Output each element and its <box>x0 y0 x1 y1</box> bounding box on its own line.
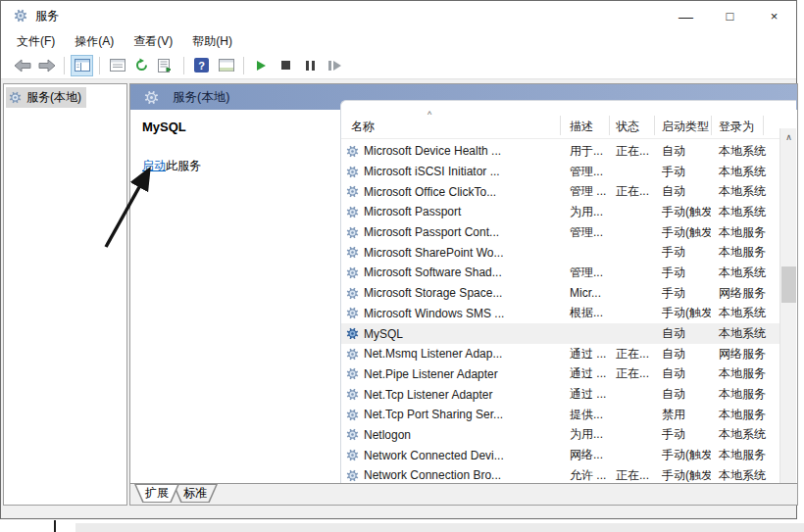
table-row[interactable]: Net.Pipe Listener Adapter通过 ...正在...自动本地… <box>341 364 779 385</box>
service-table-header: ^ 名称 描述 状态 启动类型 登录为 <box>341 113 779 138</box>
table-row[interactable]: Microsoft iSCSI Initiator ...管理...手动本地系统 <box>341 162 779 182</box>
refresh-button[interactable] <box>130 55 153 76</box>
close-button[interactable]: × <box>752 1 796 30</box>
table-row[interactable]: Net.Msmq Listener Adap...通过 ...正在...自动网络… <box>341 344 779 364</box>
service-name-cell: Net.Msmq Listener Adap... <box>341 347 560 361</box>
table-row[interactable]: Microsoft Office ClickTo...管理 ...正在...自动… <box>341 181 779 202</box>
stop-service-button[interactable] <box>275 55 297 76</box>
tree-item-label: 服务(本地) <box>26 89 81 106</box>
service-description-cell: 根据... <box>560 305 609 321</box>
service-gear-icon <box>346 226 359 239</box>
pause-service-button[interactable] <box>299 55 322 76</box>
table-row[interactable]: Network Connection Bro...允许 ...正在...手动(触… <box>341 465 779 483</box>
back-button[interactable] <box>11 55 33 76</box>
service-name-cell: Microsoft Office ClickTo... <box>341 185 560 199</box>
column-header-status[interactable]: 状态 <box>616 119 639 135</box>
column-divider[interactable] <box>609 116 610 135</box>
sort-indicator-icon[interactable]: ^ <box>427 110 431 120</box>
service-name-cell: Netlogon <box>341 428 560 442</box>
service-logon-cell: 本地系统 <box>711 183 779 200</box>
services-header-label: 服务(本地) <box>173 89 229 106</box>
menu-help[interactable]: 帮助(H) <box>182 31 242 52</box>
stop-service-icon <box>281 61 290 70</box>
service-name: Microsoft Windows SMS ... <box>364 307 504 320</box>
tree-item-services-local[interactable]: 服务(本地) <box>6 87 86 108</box>
scrollbar-thumb[interactable] <box>781 266 796 303</box>
table-row[interactable]: Microsoft Storage Space...Micr...手动网络服务 <box>341 283 779 304</box>
vertical-scrollbar[interactable]: ∧ ∨ <box>779 128 796 502</box>
service-startup-cell: 手动 <box>654 244 711 261</box>
service-startup-cell: 手动(触发... <box>654 447 711 463</box>
column-header-startup-type[interactable]: 启动类型 <box>662 119 709 135</box>
table-row[interactable]: Microsoft Passport Cont...管理...手动(触发...本… <box>341 222 779 243</box>
menu-view[interactable]: 查看(V) <box>124 31 182 52</box>
show-console-tree-button[interactable] <box>71 55 93 76</box>
header-divider <box>341 138 779 139</box>
services-gear-icon <box>144 90 159 105</box>
scroll-up-icon[interactable]: ∧ <box>780 128 797 145</box>
column-divider[interactable] <box>711 116 712 135</box>
service-logon-cell: 本地服务 <box>711 365 779 382</box>
properties-button[interactable] <box>106 55 128 76</box>
service-name-cell: Network Connected Devi... <box>341 449 560 462</box>
service-gear-icon <box>346 246 359 259</box>
maximize-button[interactable]: □ <box>708 1 752 30</box>
table-row[interactable]: MySQL自动本地系统 <box>341 323 779 344</box>
extended-view-button[interactable] <box>215 55 237 76</box>
table-row[interactable]: Microsoft Windows SMS ...根据...手动(触发...本地… <box>341 304 779 324</box>
service-name-cell: Microsoft Storage Space... <box>341 286 560 300</box>
service-name: Network Connected Devi... <box>364 449 504 462</box>
toolbar-separator <box>99 57 100 74</box>
console-tree-panel: 服务(本地) <box>3 83 127 506</box>
minimize-button[interactable]: — <box>664 1 708 30</box>
services-gear-icon <box>14 9 27 23</box>
help-icon: ? <box>194 58 209 73</box>
table-row[interactable]: Netlogon为用...手动本地系统 <box>341 425 779 446</box>
selected-service-name: MySQL <box>142 120 333 134</box>
services-gear-icon <box>9 91 22 104</box>
column-header-name[interactable]: 名称 <box>351 119 375 135</box>
table-row[interactable]: Microsoft SharePoint Wo...手动本地服务 <box>341 242 779 263</box>
column-divider[interactable] <box>763 116 764 135</box>
tab-extended[interactable]: 扩展 <box>134 484 179 503</box>
forward-button[interactable] <box>35 55 58 76</box>
table-row[interactable]: Microsoft Device Health ...用于...正在...自动本… <box>341 141 779 162</box>
service-logon-cell: 本地系统 <box>711 325 779 342</box>
service-startup-cell: 禁用 <box>654 407 711 423</box>
service-startup-cell: 自动 <box>654 183 711 200</box>
toolbar-separator <box>64 57 65 74</box>
column-header-description[interactable]: 描述 <box>570 119 593 135</box>
show-console-tree-icon <box>75 59 90 72</box>
toolbar: ? <box>1 52 796 79</box>
table-row[interactable]: Microsoft Software Shad...管理...手动本地系统 <box>341 263 779 283</box>
table-row[interactable]: Network Connected Devi...网络...手动(触发...本地… <box>341 445 779 465</box>
menu-file[interactable]: 文件(F) <box>7 31 65 52</box>
export-list-button[interactable] <box>155 55 177 76</box>
toolbar-separator <box>183 57 184 74</box>
service-logon-cell: 本地服务 <box>711 447 779 463</box>
service-action-text: 启动此服务 <box>142 158 333 174</box>
service-name-cell: Net.Tcp Listener Adapter <box>341 388 560 402</box>
service-status-cell: 正在... <box>609 346 654 363</box>
pause-service-icon <box>306 61 315 71</box>
start-service-link[interactable]: 启动 <box>142 159 166 172</box>
table-row[interactable]: Net.Tcp Port Sharing Ser...提供...禁用本地服务 <box>341 405 779 425</box>
column-header-logon-as[interactable]: 登录为 <box>719 119 754 135</box>
service-gear-icon <box>346 166 359 178</box>
service-name-cell: Microsoft Passport Cont... <box>341 225 560 239</box>
service-gear-icon <box>346 348 359 361</box>
service-startup-cell: 自动 <box>654 365 711 382</box>
table-row[interactable]: Microsoft Passport为用...手动(触发...本地系统 <box>341 202 779 222</box>
service-gear-icon <box>346 206 359 218</box>
help-button[interactable]: ? <box>190 55 213 76</box>
service-status-cell: 正在... <box>609 467 654 483</box>
column-divider[interactable] <box>560 116 561 135</box>
service-description-cell: Micr... <box>560 286 609 300</box>
table-row[interactable]: Net.Tcp Listener Adapter通过 ...自动本地服务 <box>341 384 779 405</box>
column-divider[interactable] <box>654 116 655 135</box>
service-logon-cell: 本地系统 <box>711 305 779 321</box>
menu-action[interactable]: 操作(A) <box>65 31 124 52</box>
restart-service-button[interactable] <box>324 55 346 76</box>
start-service-button[interactable] <box>250 55 273 76</box>
service-name-cell: Microsoft Windows SMS ... <box>341 307 560 320</box>
